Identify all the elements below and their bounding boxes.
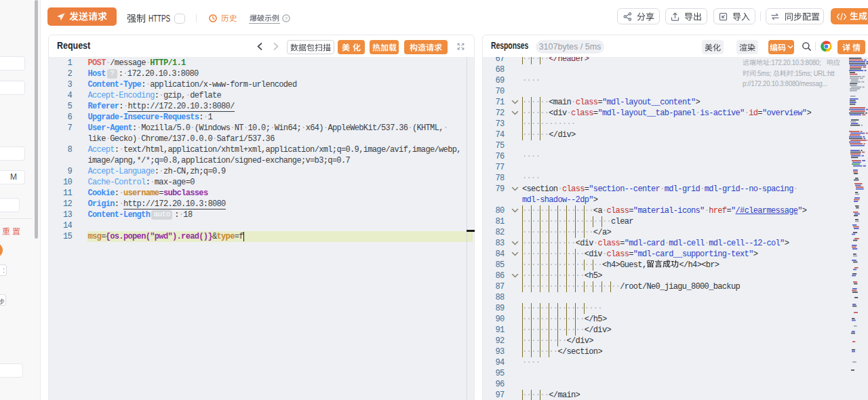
- svg-text:?: ?: [284, 15, 287, 21]
